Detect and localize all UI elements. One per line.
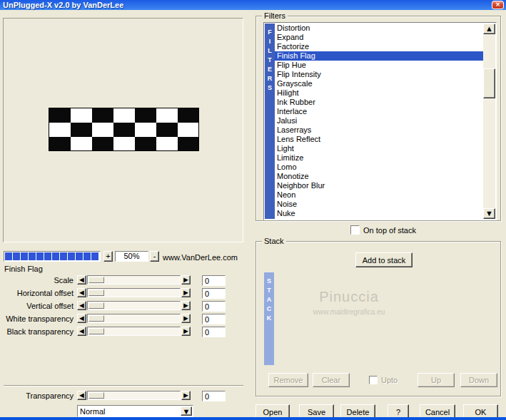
window-title: UnPlugged-X v2.0 by VanDerLee [3, 0, 123, 10]
filter-item-lomo[interactable]: Lomo [275, 163, 483, 172]
scale-slider-track[interactable] [87, 275, 181, 285]
scale-increment-button[interactable]: ► [181, 275, 191, 285]
transparency-increment-button[interactable]: ► [181, 391, 191, 400]
titlebar[interactable]: UnPlugged-X v2.0 by VanDerLee ✕ [0, 0, 506, 10]
scrollbar-thumb[interactable] [483, 68, 495, 98]
zoom-segment [21, 252, 28, 260]
filter-item-interlace[interactable]: Interlace [275, 107, 483, 116]
banner-letter: K [264, 314, 274, 323]
on-top-of-stack-label: On top of stack [363, 226, 416, 235]
horizontal-offset-slider-track[interactable] [87, 288, 181, 297]
filter-item-pantone-wheel[interactable]: Pantone Wheel [275, 218, 483, 220]
filter-item-ink-rubber[interactable]: Ink Rubber [275, 98, 483, 107]
transparency-row: Transparency◄► [0, 391, 243, 401]
white-transparency-slider-track[interactable] [87, 314, 181, 323]
scale-value-input[interactable] [202, 275, 226, 286]
white-transparency-slider-thumb[interactable] [88, 315, 104, 322]
filter-item-expand[interactable]: Expand [275, 33, 483, 42]
filter-item-neon[interactable]: Neon [275, 190, 483, 200]
vertical-offset-row: Vertical offset◄► [0, 301, 243, 312]
black-transparency-slider-track[interactable] [87, 327, 181, 336]
black-transparency-row: Black transparency◄► [0, 327, 243, 337]
stack-groupbox: Stack Add to stack STACK Pinuccia www.ma… [255, 241, 501, 396]
transparency-decrement-button[interactable]: ◄ [77, 391, 86, 400]
add-to-stack-button[interactable]: Add to stack [355, 252, 413, 267]
banner-letter: S [264, 277, 274, 286]
down-button[interactable]: Down [460, 373, 497, 387]
preview-panel[interactable] [3, 18, 243, 242]
filter-item-grayscale[interactable]: Grayscale [275, 79, 483, 88]
filter-item-flip-intensity[interactable]: Flip Intensity [275, 70, 483, 79]
white-transparency-decrement-button[interactable]: ◄ [77, 314, 86, 323]
vertical-offset-decrement-button[interactable]: ◄ [77, 301, 86, 310]
close-icon: ✕ [495, 1, 500, 8]
blend-mode-combo[interactable]: Normal ▼ [77, 405, 193, 417]
banner-letter: T [264, 286, 274, 295]
black-transparency-value-input[interactable] [202, 327, 226, 337]
white-transparency-value-input[interactable] [202, 314, 226, 324]
vertical-offset-slider-thumb[interactable] [88, 302, 104, 309]
arrow-up-icon: ▲ [485, 24, 493, 33]
scale-row: Scale◄► [0, 275, 243, 286]
transparency-slider-track[interactable] [87, 391, 181, 400]
banner-letter: L [265, 46, 275, 56]
filter-list: DistortionExpandFactorizeFinish FlagFlip… [275, 24, 483, 220]
banner-letter: C [264, 304, 274, 314]
filter-item-finish-flag[interactable]: Finish Flag [275, 51, 483, 61]
zoom-segment [91, 252, 98, 260]
filter-list-scrollbar[interactable]: ▲ ▼ [483, 24, 495, 219]
filter-item-limitize[interactable]: Limitize [275, 153, 483, 163]
arrow-down-icon: ▼ [485, 209, 493, 217]
transparency-value-input[interactable] [202, 391, 226, 401]
white-transparency-increment-button[interactable]: ► [181, 314, 191, 323]
upto-checkbox[interactable] [369, 376, 378, 384]
filter-item-hilight[interactable]: Hilight [275, 88, 483, 98]
zoom-in-button[interactable]: + [103, 251, 113, 262]
up-button[interactable]: Up [418, 373, 455, 387]
black-transparency-slider-thumb[interactable] [88, 328, 104, 334]
filters-group-label: Filters [262, 11, 288, 20]
filter-item-monotize[interactable]: Monotize [275, 172, 483, 181]
filter-item-flip-hue[interactable]: Flip Hue [275, 61, 483, 70]
filter-item-noise[interactable]: Noise [275, 200, 483, 209]
filter-item-neighbor-blur[interactable]: Neighbor Blur [275, 181, 483, 190]
zoom-segment [68, 252, 75, 260]
horizontal-offset-increment-button[interactable]: ► [181, 288, 191, 297]
filter-listbox[interactable]: FILTERS DistortionExpandFactorizeFinish … [263, 22, 497, 220]
zoom-out-button[interactable]: - [150, 251, 159, 262]
remove-button[interactable]: Remove [268, 373, 308, 387]
transparency-slider-thumb[interactable] [88, 392, 104, 399]
zoom-meter[interactable] [4, 251, 101, 262]
scale-slider-thumb[interactable] [88, 277, 104, 283]
banner-letter: I [265, 37, 275, 46]
filter-item-light[interactable]: Light [275, 144, 483, 153]
horizontal-offset-decrement-button[interactable]: ◄ [77, 288, 86, 297]
zoom-level-display[interactable]: 50% [115, 251, 148, 262]
filter-item-jalusi[interactable]: Jalusi [275, 116, 483, 126]
vertical-offset-increment-button[interactable]: ► [181, 301, 191, 310]
close-button[interactable]: ✕ [492, 1, 504, 9]
filter-item-distortion[interactable]: Distortion [275, 24, 483, 33]
horizontal-offset-slider-thumb[interactable] [88, 290, 104, 296]
filter-item-laserrays[interactable]: Laserrays [275, 126, 483, 135]
scroll-down-button[interactable]: ▼ [483, 208, 495, 219]
filter-item-factorize[interactable]: Factorize [275, 42, 483, 51]
banner-letter: R [265, 74, 275, 83]
scale-decrement-button[interactable]: ◄ [77, 275, 86, 285]
vertical-offset-slider-track[interactable] [87, 301, 181, 310]
clear-button[interactable]: Clear [313, 373, 350, 387]
current-filter-label: Finish Flag [4, 265, 43, 273]
filter-item-lens-reflect[interactable]: Lens Reflect [275, 135, 483, 144]
zoom-segment [29, 252, 36, 260]
vertical-offset-value-input[interactable] [202, 301, 226, 312]
on-top-of-stack-checkbox[interactable] [350, 225, 360, 235]
filter-item-nuke[interactable]: Nuke [275, 209, 483, 218]
black-transparency-decrement-button[interactable]: ◄ [77, 327, 86, 336]
zoom-segment [76, 252, 83, 260]
black-transparency-increment-button[interactable]: ► [181, 327, 191, 336]
black-transparency-label: Black transparency [0, 327, 74, 336]
horizontal-offset-value-input[interactable] [202, 288, 226, 299]
scroll-up-button[interactable]: ▲ [483, 24, 495, 34]
zoom-segment [36, 252, 44, 260]
blend-mode-dropdown-button[interactable]: ▼ [181, 406, 192, 416]
